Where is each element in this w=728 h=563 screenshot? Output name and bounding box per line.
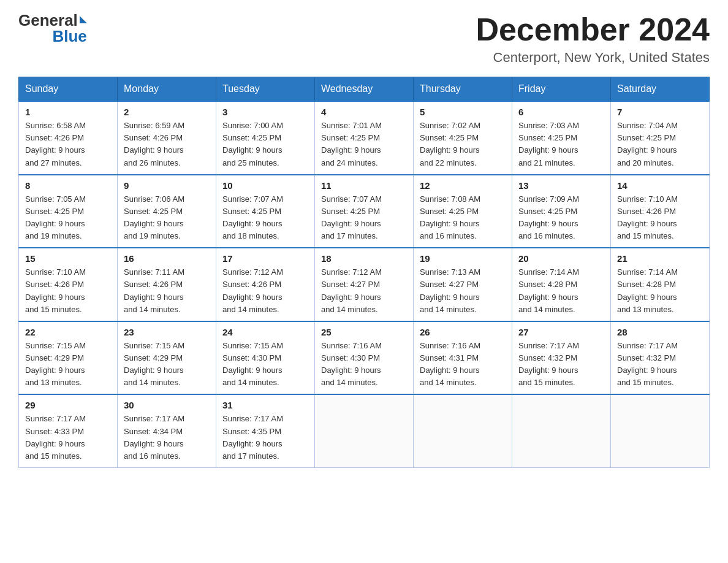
header-row: Sunday Monday Tuesday Wednesday Thursday… (19, 77, 710, 102)
location-subtitle: Centerport, New York, United States (476, 50, 710, 66)
day-info: Sunrise: 7:12 AMSunset: 4:27 PMDaylight:… (321, 266, 407, 316)
calendar-cell: 17 Sunrise: 7:12 AMSunset: 4:26 PMDaylig… (216, 248, 315, 321)
day-number: 27 (518, 327, 604, 337)
day-number: 13 (518, 180, 604, 191)
day-number: 26 (420, 327, 506, 337)
day-info: Sunrise: 7:04 AMSunset: 4:25 PMDaylight:… (617, 120, 703, 169)
col-thursday: Thursday (414, 77, 512, 102)
calendar-cell: 13 Sunrise: 7:09 AMSunset: 4:25 PMDaylig… (512, 175, 611, 248)
col-tuesday: Tuesday (216, 77, 315, 102)
day-number: 30 (124, 400, 210, 410)
day-number: 1 (25, 107, 111, 117)
calendar-body: 1 Sunrise: 6:58 AMSunset: 4:26 PMDayligh… (19, 101, 710, 467)
day-info: Sunrise: 7:15 AMSunset: 4:30 PMDaylight:… (222, 340, 308, 389)
calendar-cell: 6 Sunrise: 7:03 AMSunset: 4:25 PMDayligh… (512, 101, 611, 175)
page-header: General Blue December 2024 Centerport, N… (18, 12, 710, 66)
calendar-cell: 23 Sunrise: 7:15 AMSunset: 4:29 PMDaylig… (118, 321, 216, 395)
logo: General Blue (18, 12, 87, 46)
calendar-cell: 2 Sunrise: 6:59 AMSunset: 4:26 PMDayligh… (118, 101, 216, 175)
day-number: 5 (420, 107, 506, 117)
day-number: 12 (420, 180, 506, 191)
calendar-cell: 18 Sunrise: 7:12 AMSunset: 4:27 PMDaylig… (315, 248, 414, 321)
day-number: 18 (321, 253, 407, 264)
col-wednesday: Wednesday (315, 77, 414, 102)
col-sunday: Sunday (19, 77, 118, 102)
day-number: 24 (222, 327, 308, 337)
calendar-cell: 14 Sunrise: 7:10 AMSunset: 4:26 PMDaylig… (611, 175, 710, 248)
day-info: Sunrise: 7:15 AMSunset: 4:29 PMDaylight:… (124, 340, 210, 389)
day-info: Sunrise: 7:17 AMSunset: 4:32 PMDaylight:… (617, 340, 703, 389)
calendar-cell: 28 Sunrise: 7:17 AMSunset: 4:32 PMDaylig… (611, 321, 710, 395)
calendar-cell: 20 Sunrise: 7:14 AMSunset: 4:28 PMDaylig… (512, 248, 611, 321)
calendar-cell (611, 394, 710, 467)
calendar-week-4: 22 Sunrise: 7:15 AMSunset: 4:29 PMDaylig… (19, 321, 710, 395)
calendar-cell: 21 Sunrise: 7:14 AMSunset: 4:28 PMDaylig… (611, 248, 710, 321)
day-info: Sunrise: 7:14 AMSunset: 4:28 PMDaylight:… (617, 266, 703, 316)
calendar-cell (315, 394, 414, 467)
calendar-cell: 16 Sunrise: 7:11 AMSunset: 4:26 PMDaylig… (118, 248, 216, 321)
day-number: 29 (25, 400, 111, 410)
calendar-header: Sunday Monday Tuesday Wednesday Thursday… (19, 77, 710, 102)
calendar-cell: 27 Sunrise: 7:17 AMSunset: 4:32 PMDaylig… (512, 321, 611, 395)
day-number: 6 (518, 107, 604, 117)
day-info: Sunrise: 7:15 AMSunset: 4:29 PMDaylight:… (25, 340, 111, 389)
calendar-cell: 24 Sunrise: 7:15 AMSunset: 4:30 PMDaylig… (216, 321, 315, 395)
day-number: 9 (124, 180, 210, 191)
day-number: 31 (222, 400, 308, 410)
day-info: Sunrise: 7:17 AMSunset: 4:34 PMDaylight:… (124, 413, 210, 462)
day-info: Sunrise: 7:11 AMSunset: 4:26 PMDaylight:… (124, 266, 210, 316)
calendar-cell: 11 Sunrise: 7:07 AMSunset: 4:25 PMDaylig… (315, 175, 414, 248)
calendar-cell: 29 Sunrise: 7:17 AMSunset: 4:33 PMDaylig… (19, 394, 118, 467)
calendar-cell: 9 Sunrise: 7:06 AMSunset: 4:25 PMDayligh… (118, 175, 216, 248)
day-number: 20 (518, 253, 604, 264)
day-info: Sunrise: 6:59 AMSunset: 4:26 PMDaylight:… (124, 120, 210, 169)
calendar-cell: 30 Sunrise: 7:17 AMSunset: 4:34 PMDaylig… (118, 394, 216, 467)
calendar-cell: 31 Sunrise: 7:17 AMSunset: 4:35 PMDaylig… (216, 394, 315, 467)
day-number: 16 (124, 253, 210, 264)
day-number: 23 (124, 327, 210, 337)
calendar-cell: 7 Sunrise: 7:04 AMSunset: 4:25 PMDayligh… (611, 101, 710, 175)
day-number: 8 (25, 180, 111, 191)
day-info: Sunrise: 7:12 AMSunset: 4:26 PMDaylight:… (222, 266, 308, 316)
calendar-cell: 1 Sunrise: 6:58 AMSunset: 4:26 PMDayligh… (19, 101, 118, 175)
day-number: 21 (617, 253, 703, 264)
day-info: Sunrise: 7:07 AMSunset: 4:25 PMDaylight:… (321, 193, 407, 243)
day-info: Sunrise: 7:00 AMSunset: 4:25 PMDaylight:… (222, 120, 308, 169)
calendar-week-3: 15 Sunrise: 7:10 AMSunset: 4:26 PMDaylig… (19, 248, 710, 321)
col-saturday: Saturday (611, 77, 710, 102)
day-number: 14 (617, 180, 703, 191)
day-number: 22 (25, 327, 111, 337)
day-number: 28 (617, 327, 703, 337)
calendar-cell: 26 Sunrise: 7:16 AMSunset: 4:31 PMDaylig… (414, 321, 512, 395)
calendar-week-5: 29 Sunrise: 7:17 AMSunset: 4:33 PMDaylig… (19, 394, 710, 467)
calendar-cell: 19 Sunrise: 7:13 AMSunset: 4:27 PMDaylig… (414, 248, 512, 321)
day-number: 15 (25, 253, 111, 264)
day-info: Sunrise: 7:16 AMSunset: 4:31 PMDaylight:… (420, 340, 506, 389)
day-info: Sunrise: 7:17 AMSunset: 4:32 PMDaylight:… (518, 340, 604, 389)
day-info: Sunrise: 7:10 AMSunset: 4:26 PMDaylight:… (25, 266, 111, 316)
title-area: December 2024 Centerport, New York, Unit… (476, 12, 710, 66)
day-info: Sunrise: 7:02 AMSunset: 4:25 PMDaylight:… (420, 120, 506, 169)
day-number: 17 (222, 253, 308, 264)
day-info: Sunrise: 7:09 AMSunset: 4:25 PMDaylight:… (518, 193, 604, 243)
day-info: Sunrise: 7:17 AMSunset: 4:33 PMDaylight:… (25, 413, 111, 462)
day-info: Sunrise: 7:03 AMSunset: 4:25 PMDaylight:… (518, 120, 604, 169)
calendar-cell (414, 394, 512, 467)
calendar-cell: 25 Sunrise: 7:16 AMSunset: 4:30 PMDaylig… (315, 321, 414, 395)
day-info: Sunrise: 7:07 AMSunset: 4:25 PMDaylight:… (222, 193, 308, 243)
calendar-table: Sunday Monday Tuesday Wednesday Thursday… (18, 77, 710, 468)
calendar-week-1: 1 Sunrise: 6:58 AMSunset: 4:26 PMDayligh… (19, 101, 710, 175)
day-info: Sunrise: 7:05 AMSunset: 4:25 PMDaylight:… (25, 193, 111, 243)
day-number: 25 (321, 327, 407, 337)
calendar-cell: 4 Sunrise: 7:01 AMSunset: 4:25 PMDayligh… (315, 101, 414, 175)
calendar-cell: 15 Sunrise: 7:10 AMSunset: 4:26 PMDaylig… (19, 248, 118, 321)
day-info: Sunrise: 7:14 AMSunset: 4:28 PMDaylight:… (518, 266, 604, 316)
day-number: 11 (321, 180, 407, 191)
day-number: 19 (420, 253, 506, 264)
calendar-cell: 10 Sunrise: 7:07 AMSunset: 4:25 PMDaylig… (216, 175, 315, 248)
calendar-cell: 5 Sunrise: 7:02 AMSunset: 4:25 PMDayligh… (414, 101, 512, 175)
day-number: 4 (321, 107, 407, 117)
day-info: Sunrise: 7:01 AMSunset: 4:25 PMDaylight:… (321, 120, 407, 169)
day-info: Sunrise: 7:08 AMSunset: 4:25 PMDaylight:… (420, 193, 506, 243)
calendar-week-2: 8 Sunrise: 7:05 AMSunset: 4:25 PMDayligh… (19, 175, 710, 248)
